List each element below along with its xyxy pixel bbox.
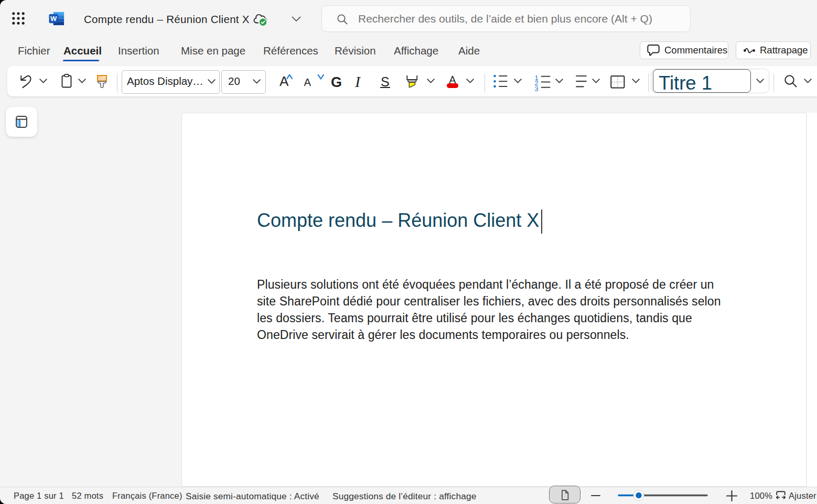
svg-text:A: A [304,76,311,88]
svg-text:W: W [50,15,57,23]
svg-text:A: A [280,73,289,89]
svg-text:3: 3 [534,85,538,91]
